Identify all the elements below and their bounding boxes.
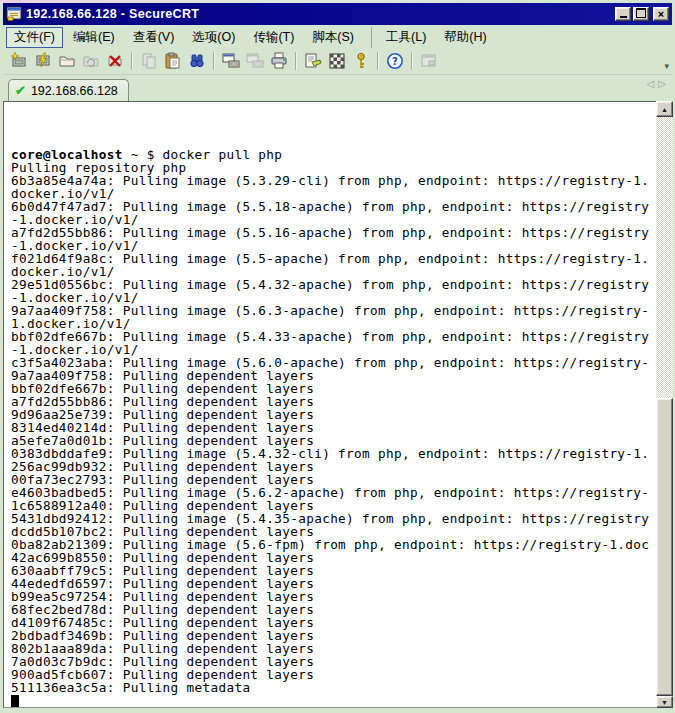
toolbar-separator <box>295 52 297 70</box>
scroll-up-icon: ▲ <box>661 106 668 113</box>
terminal-cursor <box>11 695 19 707</box>
toolbar-separator <box>411 52 413 70</box>
menu-item[interactable]: 选项(O) <box>184 27 243 48</box>
disconnect-icon[interactable] <box>103 50 127 72</box>
tab-scroll-right-icon[interactable]: ▷ <box>658 78 670 89</box>
menu-item[interactable]: 文件(F) <box>6 27 63 48</box>
minimize-icon <box>620 16 627 18</box>
menu-item[interactable]: 帮助(H) <box>436 27 494 48</box>
print-icon[interactable] <box>267 50 291 72</box>
tab-scroll-left-icon[interactable]: ◁ <box>647 78 659 89</box>
paste-icon[interactable] <box>161 50 185 72</box>
terminal-screen[interactable]: core@localhost ~ $ docker pull php Pulli… <box>3 101 656 708</box>
session-tab[interactable]: ✔ 192.168.66.128 <box>8 79 129 101</box>
toolbar-separator <box>131 52 133 70</box>
toolbar-separator <box>377 52 379 70</box>
maximize-icon <box>636 8 646 18</box>
close-icon: × <box>658 9 664 19</box>
close-button[interactable]: × <box>653 7 669 21</box>
scroll-down-icon: ▼ <box>661 699 668 706</box>
terminal-output: Pulling repository php6b3a85e4a74a: Pull… <box>11 161 656 694</box>
find-icon[interactable] <box>185 50 209 72</box>
scrollbar-thumb[interactable] <box>656 398 673 696</box>
window-title: 192.168.66.128 - SecureCRT <box>26 7 615 21</box>
menu-item[interactable]: 传输(T) <box>245 27 302 48</box>
terminal-line: 511136ea3c5a: Pulling metadata <box>11 681 656 694</box>
scroll-down-button[interactable]: ▼ <box>656 696 673 708</box>
securecrt-app-icon[interactable] <box>6 6 22 22</box>
connected-check-icon: ✔ <box>15 83 26 98</box>
menu-item[interactable]: 工具(L) <box>371 27 434 48</box>
sessions-folder-icon[interactable] <box>55 50 79 72</box>
cursor-line <box>11 694 656 707</box>
menu-item[interactable]: 编辑(E) <box>65 27 123 48</box>
connect-icon[interactable] <box>31 50 55 72</box>
tab-scroll-arrows[interactable]: ◁▷ <box>647 78 670 89</box>
reconnect-icon[interactable] <box>79 50 103 72</box>
menu-bar: 文件(F)编辑(E)查看(V)选项(O)传输(T)脚本(S)工具(L)帮助(H) <box>3 26 672 48</box>
toolbar: ? ▾ <box>3 48 672 75</box>
session-options-icon[interactable] <box>301 50 325 72</box>
maximize-button[interactable] <box>633 7 649 21</box>
quick-connect-icon[interactable] <box>7 50 31 72</box>
new-window-icon[interactable] <box>417 50 441 72</box>
vertical-scrollbar[interactable]: ▲ ▼ <box>656 101 673 708</box>
copy-icon[interactable] <box>137 50 161 72</box>
toolbar-overflow-chevron[interactable]: ▾ <box>664 62 669 71</box>
toolbar-separator <box>213 52 215 70</box>
tab-bar: ✔ 192.168.66.128 ◁▷ <box>3 75 672 101</box>
scroll-up-button[interactable]: ▲ <box>656 101 673 117</box>
title-bar: 192.168.66.128 - SecureCRT × <box>3 3 672 25</box>
menu-item[interactable]: 脚本(S) <box>304 27 362 48</box>
tab-label: 192.168.66.128 <box>31 84 118 98</box>
key-icon[interactable] <box>349 50 373 72</box>
global-options-icon[interactable] <box>325 50 349 72</box>
help-icon[interactable]: ? <box>383 50 407 72</box>
minimize-button[interactable] <box>615 7 631 21</box>
print-screen-icon[interactable] <box>219 50 243 72</box>
menu-item[interactable]: 查看(V) <box>125 27 183 48</box>
svg-text:?: ? <box>392 56 398 67</box>
print-selection-icon[interactable] <box>243 50 267 72</box>
